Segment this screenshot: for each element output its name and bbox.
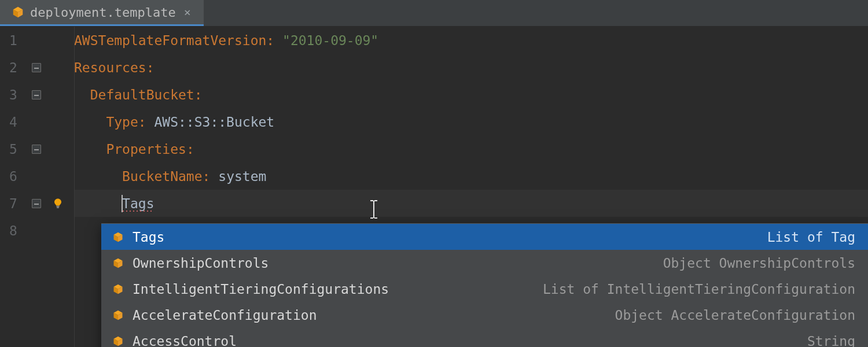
autocomplete-label: IntelligentTieringConfigurations [133,282,389,297]
close-icon[interactable]: × [182,5,193,19]
property-cube-icon [109,309,127,321]
line-number: 7 [1,196,28,211]
autocomplete-type: List of Tag [767,230,855,245]
code-line[interactable]: Properties: [74,135,868,163]
colon: : [138,115,155,130]
yaml-key: BucketName [122,169,202,184]
autocomplete-type: String [807,334,855,348]
svg-rect-1 [57,207,59,208]
yaml-key: Resources [74,60,146,75]
code-line-active[interactable]: Tags [74,190,868,217]
line-number: 8 [1,223,28,238]
line-number: 1 [1,33,28,48]
typed-token: Tags [122,196,154,211]
autocomplete-label: AccessControl [133,334,237,348]
autocomplete-item[interactable]: AccelerateConfiguration Object Accelerat… [101,302,868,328]
line-number: 4 [1,115,28,130]
property-cube-icon [109,231,127,243]
line-number: 6 [1,169,28,184]
line-number: 5 [1,142,28,157]
line-number: 2 [1,60,28,75]
code-line[interactable]: Resources: [74,54,868,81]
autocomplete-type: Object AccelerateConfiguration [615,308,855,323]
yaml-key: DefaultBucket [90,87,194,102]
code-line[interactable]: Type: AWS::S3::Bucket [74,108,868,135]
colon: : [203,169,219,184]
yaml-value: system [218,169,266,184]
property-cube-icon [109,283,127,295]
svg-rect-0 [56,206,59,207]
yaml-key: AWSTemplateFormatVersion [74,33,266,48]
autocomplete-label: Tags [133,230,164,245]
autocomplete-label: OwnershipControls [133,256,269,271]
autocomplete-type: Object OwnershipControls [663,256,855,271]
editor-tab-bar: deployment.template × [0,0,868,27]
autocomplete-item[interactable]: Tags List of Tag [101,224,868,250]
property-cube-icon [109,257,127,269]
code-line[interactable]: AWSTemplateFormatVersion: "2010-09-09" [74,27,868,54]
yaml-value: AWS::S3::Bucket [154,115,274,130]
property-cube-icon [109,335,127,347]
autocomplete-label: AccelerateConfiguration [133,308,317,323]
yaml-string: "2010-09-09" [282,33,378,48]
colon: : [266,33,282,48]
line-number: 3 [1,87,28,102]
intention-bulb-icon[interactable] [52,198,64,209]
yaml-key: Properties [106,142,186,157]
yaml-key: Type [106,115,138,130]
tab-filename: deployment.template [30,5,176,20]
fold-toggle-icon[interactable] [32,145,41,154]
autocomplete-item[interactable]: AccessControl String [101,328,868,347]
autocomplete-popup[interactable]: Tags List of Tag OwnershipControls Objec… [101,223,868,347]
autocomplete-type: List of IntelligentTieringConfiguration [543,282,855,297]
code-line[interactable]: DefaultBucket: [74,81,868,108]
autocomplete-item[interactable]: IntelligentTieringConfigurations List of… [101,276,868,302]
autocomplete-item[interactable]: OwnershipControls Object OwnershipContro… [101,250,868,276]
code-editor[interactable]: 1 2 3 4 5 6 7 8 AWSTemplateFormatVersion… [0,27,868,347]
editor-tab-active[interactable]: deployment.template × [0,0,204,26]
fold-toggle-icon[interactable] [32,90,41,99]
code-line[interactable]: BucketName: system [74,163,868,190]
editor-gutter: 1 2 3 4 5 6 7 8 [0,27,74,347]
fold-toggle-icon[interactable] [32,199,41,208]
aws-cube-icon [12,6,24,19]
fold-toggle-icon[interactable] [32,63,41,72]
